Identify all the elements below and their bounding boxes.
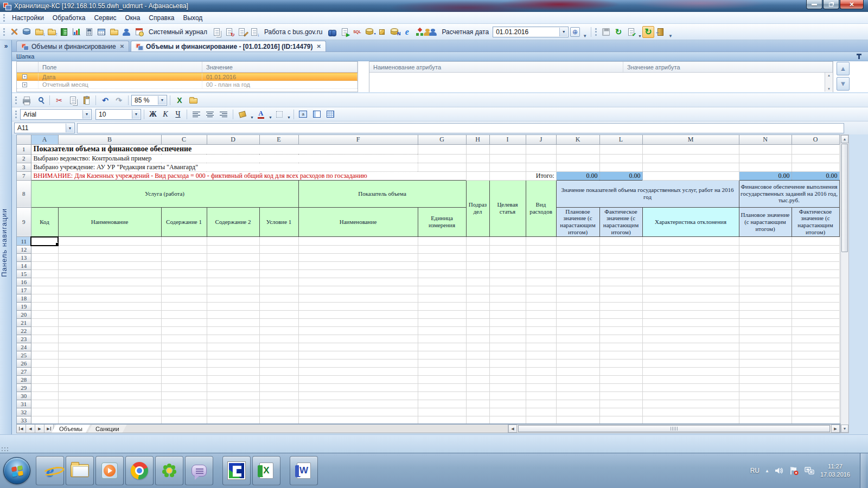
zoom-combobox[interactable]: 85 %▼ <box>131 95 167 106</box>
cell[interactable] <box>31 343 58 351</box>
row-header-26[interactable]: 26 <box>17 359 31 368</box>
column-header-attribute-value[interactable]: Значение атрибута <box>623 62 833 72</box>
cell[interactable] <box>31 262 58 270</box>
cell[interactable] <box>58 237 161 246</box>
row-header-15[interactable]: 15 <box>17 270 31 278</box>
prev-sheet-button[interactable]: ◀ <box>26 425 35 433</box>
calendar-clock-icon[interactable] <box>133 26 145 38</box>
cell[interactable] <box>526 335 556 343</box>
cell[interactable] <box>599 303 642 311</box>
cell[interactable] <box>207 392 259 400</box>
language-indicator[interactable]: RU <box>750 467 760 474</box>
cell[interactable] <box>418 144 466 154</box>
database-n-icon[interactable]: N <box>388 26 400 38</box>
cell[interactable] <box>259 286 298 294</box>
hierarchy-icon[interactable] <box>413 26 425 38</box>
cell[interactable] <box>418 392 466 400</box>
cell[interactable] <box>259 262 298 270</box>
cell[interactable] <box>58 416 161 424</box>
row-header-33[interactable]: 33 <box>17 416 31 424</box>
cell[interactable] <box>466 416 489 424</box>
cell[interactable] <box>161 270 207 278</box>
cell[interactable] <box>489 163 526 171</box>
tab-volumes-financing[interactable]: Объемы и финансирование ✕ <box>16 41 129 52</box>
cell[interactable] <box>298 376 418 384</box>
cell[interactable] <box>466 311 489 319</box>
row-header-17[interactable]: 17 <box>17 286 31 294</box>
cell[interactable] <box>642 163 739 171</box>
sheet-tab-volumes[interactable]: Объемы <box>52 425 90 433</box>
cell[interactable] <box>418 351 466 359</box>
cell[interactable] <box>792 270 839 278</box>
font-color-icon[interactable]: A <box>254 108 267 120</box>
cell[interactable] <box>526 351 556 359</box>
header-fact-value-cell[interactable]: Фактическое значение (с нарастающим итог… <box>599 207 642 237</box>
chevron-down-icon[interactable]: ▼ <box>559 28 567 36</box>
cell[interactable] <box>58 286 161 294</box>
cell[interactable] <box>418 278 466 286</box>
cell[interactable] <box>58 343 161 351</box>
cell[interactable] <box>556 278 599 286</box>
cell[interactable] <box>739 163 792 171</box>
cell[interactable] <box>599 376 642 384</box>
cell[interactable] <box>556 286 599 294</box>
cell[interactable] <box>31 246 58 254</box>
taskbar-clock[interactable]: 11:27 17.03.2016 <box>820 463 850 479</box>
cell[interactable] <box>739 319 792 327</box>
cell[interactable] <box>599 278 642 286</box>
cell[interactable] <box>31 359 58 368</box>
report-title-cell[interactable]: Показатели объема и финансовое обеспечен… <box>31 144 418 154</box>
cell[interactable] <box>298 270 418 278</box>
cell[interactable] <box>259 237 298 246</box>
fill-color-icon[interactable] <box>236 108 249 120</box>
cell[interactable] <box>466 351 489 359</box>
cell[interactable] <box>161 286 207 294</box>
cell[interactable] <box>792 384 839 392</box>
cell[interactable] <box>526 368 556 376</box>
cell[interactable] <box>739 384 792 392</box>
warning-cell[interactable]: ВНИМАНИЕ: Для Казенных учреждений - Вид … <box>31 171 466 180</box>
sql-icon[interactable]: SQL <box>351 26 363 38</box>
calculator-icon[interactable] <box>83 26 95 38</box>
cell[interactable] <box>298 246 418 254</box>
cell[interactable] <box>489 359 526 368</box>
column-header-M[interactable]: M <box>642 135 739 144</box>
select-all-corner[interactable] <box>17 135 31 144</box>
column-header-attribute-name[interactable]: Наименование атрибута <box>369 62 623 72</box>
chevron-down-icon[interactable]: ▼ <box>66 124 74 132</box>
row-header-28[interactable]: 28 <box>17 376 31 384</box>
cell[interactable] <box>31 392 58 400</box>
cell[interactable] <box>466 359 489 368</box>
cell[interactable] <box>58 278 161 286</box>
cell[interactable] <box>259 343 298 351</box>
cell[interactable] <box>792 319 839 327</box>
cell[interactable] <box>259 400 298 408</box>
row-header-9[interactable]: 9 <box>17 207 31 237</box>
row-header-27[interactable]: 27 <box>17 368 31 376</box>
cell[interactable] <box>489 335 526 343</box>
cell[interactable] <box>489 408 526 416</box>
cell[interactable] <box>418 384 466 392</box>
cell[interactable] <box>792 163 839 171</box>
cell[interactable] <box>207 376 259 384</box>
cell[interactable] <box>207 335 259 343</box>
cell[interactable] <box>599 237 642 246</box>
cell[interactable] <box>161 262 207 270</box>
cell[interactable] <box>298 237 418 246</box>
cell[interactable] <box>418 254 466 262</box>
system-journal-button[interactable]: Системный журнал <box>145 28 210 36</box>
toolbar-grip[interactable] <box>595 28 597 36</box>
cell[interactable] <box>31 311 58 319</box>
cell[interactable] <box>739 294 792 303</box>
row-header-1[interactable]: 1 <box>17 144 31 154</box>
expand-chevron-icon[interactable]: » <box>0 40 12 52</box>
cell[interactable] <box>207 254 259 262</box>
cell[interactable] <box>259 384 298 392</box>
align-left-icon[interactable] <box>190 108 203 120</box>
taskbar-icq-icon[interactable] <box>155 456 183 485</box>
cell[interactable] <box>207 237 259 246</box>
cell[interactable] <box>259 335 298 343</box>
cell[interactable] <box>526 376 556 384</box>
underline-button[interactable]: Ч <box>172 108 184 120</box>
chevron-down-icon[interactable]: ▼ <box>250 115 254 121</box>
